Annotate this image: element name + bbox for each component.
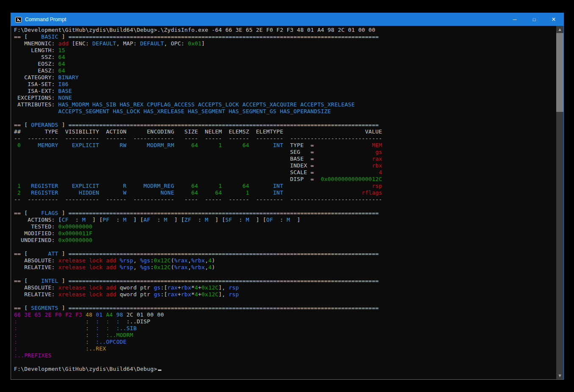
console-line: LENGTH: 15 — [14, 47, 556, 54]
console-line: -- --------- ---------- ------ ---------… — [14, 196, 556, 203]
scrollbar-up-button[interactable]: ▲ — [556, 26, 563, 33]
title-bar[interactable]: Command Prompt ─ □ × — [11, 13, 563, 26]
console-line: ACCEPTS_SEGMENT HAS_LOCK HAS_XRELEASE HA… — [14, 108, 556, 115]
console-line: ISA-SET: I86 — [14, 81, 556, 88]
console-line: == [ OPERANDS ] ========================… — [14, 122, 556, 128]
scrollbar-track[interactable] — [556, 33, 563, 372]
console-line: INDEX = rbx — [14, 162, 556, 169]
console-line: ISA-EXT: BASE — [14, 88, 556, 95]
console-line: ABSOLUTE: xrelease lock add %rsp, %gs:0x… — [14, 257, 556, 264]
maximize-button[interactable]: □ — [524, 13, 544, 26]
console-line: EXCEPTIONS: NONE — [14, 95, 556, 101]
console-line — [14, 115, 556, 122]
console-line: 0 MEMORY EXPLICIT RW MODRM_RM 64 1 64 IN… — [14, 142, 556, 149]
console-line: RELATIVE: xrelease lock add %rsp, %gs:0x… — [14, 264, 556, 271]
cmd-icon — [15, 17, 22, 22]
console-line: ATTRIBUTES: HAS_MODRM HAS_SIB HAS_REX CP… — [14, 101, 556, 108]
console-line: : : : :..MODRM — [14, 332, 556, 339]
console-line: TESTED: 0x00000000 — [14, 223, 556, 230]
console-line: : : :..OPCODE — [14, 339, 556, 345]
window-controls: ─ □ × — [505, 13, 563, 26]
close-icon: × — [552, 16, 555, 23]
console-line: :..PREFIXES — [14, 352, 556, 359]
window-title: Command Prompt — [25, 17, 66, 22]
console-line: MNEMONIC: add [ENC: DEFAULT, MAP: DEFAUL… — [14, 40, 556, 47]
scrollbar-thumb[interactable] — [556, 33, 563, 112]
console-line — [14, 203, 556, 210]
console-output[interactable]: F:\Development\GitHub\zydis\Build64\Debu… — [11, 26, 556, 379]
console-line: SSZ: 64 — [14, 54, 556, 61]
scrollbar[interactable]: ▲ ▼ — [556, 26, 563, 379]
console-line: SEG = gs — [14, 149, 556, 156]
console-line: MODIFIED: 0x0000011F — [14, 230, 556, 237]
console-line: DISP = 0x000000000000012C — [14, 176, 556, 183]
console-line: -- --------- ---------- ------ ---------… — [14, 135, 556, 142]
console-line: UNDEFINED: 0x00000000 — [14, 237, 556, 244]
console-line: EASZ: 64 — [14, 67, 556, 74]
minimize-icon: ─ — [513, 17, 517, 22]
console-line: : : : : : :..DISP — [14, 318, 556, 325]
scrollbar-down-button[interactable]: ▼ — [556, 372, 563, 379]
console-body: F:\Development\GitHub\zydis\Build64\Debu… — [11, 26, 563, 379]
console-line: == [ SEGMENTS ] ========================… — [14, 305, 556, 311]
desktop-background: Command Prompt ─ □ × F:\Development\GitH… — [0, 0, 574, 392]
minimize-button[interactable]: ─ — [505, 13, 524, 26]
close-button[interactable]: × — [544, 13, 563, 26]
scroll-up-icon: ▲ — [558, 28, 561, 31]
console-line: == [ INTEL ] ===========================… — [14, 278, 556, 284]
console-line: 66 3E 65 2E F0 F2 F3 48 01 A4 98 2C 01 0… — [14, 311, 556, 318]
console-line: 1 REGISTER EXPLICIT R MODRM_REG 64 1 64 … — [14, 183, 556, 189]
text-cursor — [158, 370, 161, 371]
maximize-icon: □ — [533, 17, 536, 22]
console-line: ## TYPE VISIBILITY ACTION ENCODING SIZE … — [14, 128, 556, 135]
console-line: EOSZ: 64 — [14, 61, 556, 67]
console-line: 2 REGISTER HIDDEN W NONE 64 64 1 INT rfl… — [14, 189, 556, 196]
console-line: BASE = rax — [14, 156, 556, 162]
console-line: == [ FLAGS ] ===========================… — [14, 210, 556, 217]
console-line: == [ BASIC ] ===========================… — [14, 33, 556, 40]
command-prompt-window: Command Prompt ─ □ × F:\Development\GitH… — [11, 13, 564, 380]
console-line: : : : : :..SIB — [14, 325, 556, 332]
console-line: ACTIONS: [CF : M ] [PF : M ] [AF : M ] [… — [14, 217, 556, 223]
console-line — [14, 298, 556, 305]
console-line — [14, 271, 556, 278]
console-line: CATEGORY: BINARY — [14, 74, 556, 81]
console-line: SCALE = 4 — [14, 169, 556, 176]
console-line — [14, 359, 556, 366]
console-line — [14, 244, 556, 250]
console-line: : :..REX — [14, 345, 556, 352]
scroll-down-icon: ▼ — [558, 374, 561, 378]
console-line: ABSOLUTE: xrelease lock add qword ptr gs… — [14, 284, 556, 291]
console-line: == [ ATT ] =============================… — [14, 250, 556, 257]
console-line: RELATIVE: xrelease lock add qword ptr gs… — [14, 291, 556, 298]
console-line: F:\Development\GitHub\zydis\Build64\Debu… — [14, 366, 556, 373]
console-line: F:\Development\GitHub\zydis\Build64\Debu… — [14, 27, 556, 33]
